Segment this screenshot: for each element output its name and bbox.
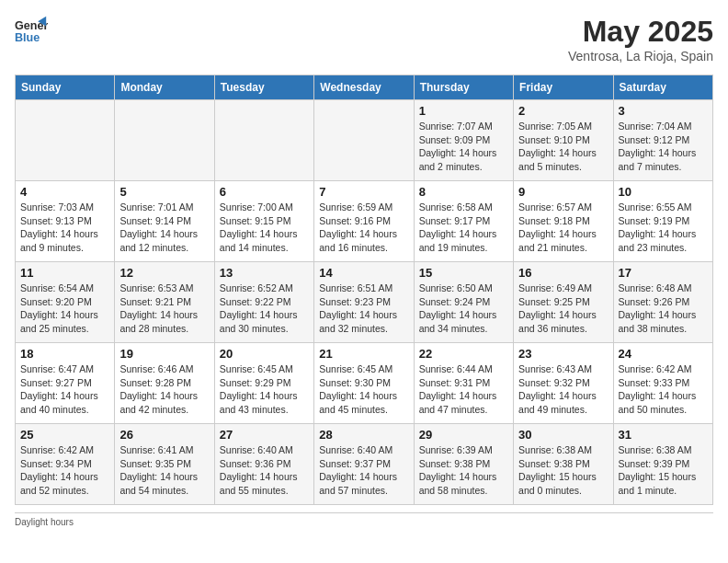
calendar-cell: 25Sunrise: 6:42 AM Sunset: 9:34 PM Dayli… bbox=[16, 424, 115, 505]
day-info: Sunrise: 6:45 AM Sunset: 9:30 PM Dayligh… bbox=[319, 362, 408, 417]
calendar-cell: 24Sunrise: 6:42 AM Sunset: 9:33 PM Dayli… bbox=[613, 343, 712, 424]
page-header: General Blue May 2025 Ventrosa, La Rioja… bbox=[15, 15, 713, 63]
weekday-header-sunday: Sunday bbox=[16, 75, 115, 100]
day-info: Sunrise: 7:07 AM Sunset: 9:09 PM Dayligh… bbox=[419, 120, 508, 174]
calendar-cell: 29Sunrise: 6:39 AM Sunset: 9:38 PM Dayli… bbox=[414, 424, 513, 505]
calendar-cell bbox=[214, 100, 313, 181]
calendar-cell: 6Sunrise: 7:00 AM Sunset: 9:15 PM Daylig… bbox=[214, 181, 313, 262]
calendar-cell: 9Sunrise: 6:57 AM Sunset: 9:18 PM Daylig… bbox=[514, 181, 613, 262]
day-info: Sunrise: 6:47 AM Sunset: 9:27 PM Dayligh… bbox=[20, 362, 109, 417]
calendar-cell: 2Sunrise: 7:05 AM Sunset: 9:10 PM Daylig… bbox=[514, 100, 613, 181]
calendar-cell: 28Sunrise: 6:40 AM Sunset: 9:37 PM Dayli… bbox=[314, 424, 414, 505]
day-number: 17 bbox=[619, 266, 708, 280]
day-number: 31 bbox=[619, 428, 708, 442]
calendar-cell bbox=[115, 100, 214, 181]
calendar-week-4: 18Sunrise: 6:47 AM Sunset: 9:27 PM Dayli… bbox=[16, 343, 713, 424]
logo-icon: General Blue bbox=[15, 15, 48, 48]
calendar-week-5: 25Sunrise: 6:42 AM Sunset: 9:34 PM Dayli… bbox=[16, 424, 713, 505]
calendar-table: SundayMondayTuesdayWednesdayThursdayFrid… bbox=[15, 75, 713, 505]
calendar-cell: 11Sunrise: 6:54 AM Sunset: 9:20 PM Dayli… bbox=[16, 262, 115, 343]
day-number: 5 bbox=[119, 185, 209, 199]
calendar-cell: 23Sunrise: 6:43 AM Sunset: 9:32 PM Dayli… bbox=[514, 343, 613, 424]
weekday-header-wednesday: Wednesday bbox=[314, 75, 414, 100]
weekday-header-saturday: Saturday bbox=[613, 75, 712, 100]
day-info: Sunrise: 6:50 AM Sunset: 9:24 PM Dayligh… bbox=[419, 282, 508, 336]
day-number: 11 bbox=[20, 266, 109, 280]
day-info: Sunrise: 7:01 AM Sunset: 9:14 PM Dayligh… bbox=[119, 201, 209, 255]
calendar-cell: 3Sunrise: 7:04 AM Sunset: 9:12 PM Daylig… bbox=[613, 100, 712, 181]
day-number: 28 bbox=[319, 428, 408, 442]
day-number: 29 bbox=[419, 428, 508, 442]
logo: General Blue bbox=[15, 15, 48, 48]
day-info: Sunrise: 6:41 AM Sunset: 9:35 PM Dayligh… bbox=[119, 443, 209, 498]
calendar-cell: 1Sunrise: 7:07 AM Sunset: 9:09 PM Daylig… bbox=[414, 100, 513, 181]
day-number: 30 bbox=[518, 428, 608, 442]
calendar-cell: 8Sunrise: 6:58 AM Sunset: 9:17 PM Daylig… bbox=[414, 181, 513, 262]
day-info: Sunrise: 7:00 AM Sunset: 9:15 PM Dayligh… bbox=[220, 201, 309, 255]
day-number: 24 bbox=[619, 347, 708, 361]
calendar-cell: 20Sunrise: 6:45 AM Sunset: 9:29 PM Dayli… bbox=[214, 343, 313, 424]
day-number: 13 bbox=[220, 266, 309, 280]
day-number: 21 bbox=[319, 347, 408, 361]
calendar-cell: 18Sunrise: 6:47 AM Sunset: 9:27 PM Dayli… bbox=[16, 343, 115, 424]
day-info: Sunrise: 6:51 AM Sunset: 9:23 PM Dayligh… bbox=[319, 282, 408, 336]
calendar-week-2: 4Sunrise: 7:03 AM Sunset: 9:13 PM Daylig… bbox=[16, 181, 713, 262]
day-number: 19 bbox=[119, 347, 209, 361]
day-info: Sunrise: 6:48 AM Sunset: 9:26 PM Dayligh… bbox=[619, 282, 708, 336]
day-info: Sunrise: 7:03 AM Sunset: 9:13 PM Dayligh… bbox=[20, 201, 109, 255]
day-number: 12 bbox=[119, 266, 209, 280]
location-subtitle: Ventrosa, La Rioja, Spain bbox=[568, 49, 713, 63]
day-info: Sunrise: 6:39 AM Sunset: 9:38 PM Dayligh… bbox=[419, 443, 508, 498]
day-number: 14 bbox=[319, 266, 408, 280]
calendar-cell: 13Sunrise: 6:52 AM Sunset: 9:22 PM Dayli… bbox=[214, 262, 313, 343]
svg-text:Blue: Blue bbox=[15, 31, 40, 44]
day-info: Sunrise: 6:40 AM Sunset: 9:37 PM Dayligh… bbox=[319, 443, 408, 498]
day-info: Sunrise: 6:45 AM Sunset: 9:29 PM Dayligh… bbox=[220, 362, 309, 417]
calendar-cell: 4Sunrise: 7:03 AM Sunset: 9:13 PM Daylig… bbox=[16, 181, 115, 262]
day-number: 8 bbox=[419, 185, 508, 199]
day-number: 6 bbox=[220, 185, 309, 199]
day-number: 4 bbox=[20, 185, 109, 199]
month-title: May 2025 bbox=[568, 15, 713, 49]
day-info: Sunrise: 6:42 AM Sunset: 9:33 PM Dayligh… bbox=[619, 362, 708, 417]
calendar-cell: 12Sunrise: 6:53 AM Sunset: 9:21 PM Dayli… bbox=[115, 262, 214, 343]
day-number: 2 bbox=[518, 104, 608, 118]
day-number: 23 bbox=[518, 347, 608, 361]
note-label: Daylight hours bbox=[15, 517, 74, 527]
day-info: Sunrise: 6:40 AM Sunset: 9:36 PM Dayligh… bbox=[220, 443, 309, 498]
calendar-cell: 21Sunrise: 6:45 AM Sunset: 9:30 PM Dayli… bbox=[314, 343, 414, 424]
day-number: 3 bbox=[619, 104, 708, 118]
day-info: Sunrise: 6:43 AM Sunset: 9:32 PM Dayligh… bbox=[518, 362, 608, 417]
weekday-header-thursday: Thursday bbox=[414, 75, 513, 100]
day-number: 1 bbox=[419, 104, 508, 118]
day-number: 15 bbox=[419, 266, 508, 280]
day-info: Sunrise: 6:52 AM Sunset: 9:22 PM Dayligh… bbox=[220, 282, 309, 336]
day-info: Sunrise: 6:59 AM Sunset: 9:16 PM Dayligh… bbox=[319, 201, 408, 255]
calendar-cell: 7Sunrise: 6:59 AM Sunset: 9:16 PM Daylig… bbox=[314, 181, 414, 262]
calendar-cell: 10Sunrise: 6:55 AM Sunset: 9:19 PM Dayli… bbox=[613, 181, 712, 262]
day-info: Sunrise: 7:04 AM Sunset: 9:12 PM Dayligh… bbox=[619, 120, 708, 174]
calendar-cell: 15Sunrise: 6:50 AM Sunset: 9:24 PM Dayli… bbox=[414, 262, 513, 343]
day-number: 16 bbox=[518, 266, 608, 280]
day-info: Sunrise: 6:53 AM Sunset: 9:21 PM Dayligh… bbox=[119, 282, 209, 336]
day-number: 7 bbox=[319, 185, 408, 199]
calendar-cell: 31Sunrise: 6:38 AM Sunset: 9:39 PM Dayli… bbox=[613, 424, 712, 505]
day-info: Sunrise: 6:57 AM Sunset: 9:18 PM Dayligh… bbox=[518, 201, 608, 255]
weekday-header-row: SundayMondayTuesdayWednesdayThursdayFrid… bbox=[16, 75, 713, 100]
calendar-cell: 27Sunrise: 6:40 AM Sunset: 9:36 PM Dayli… bbox=[214, 424, 313, 505]
day-number: 26 bbox=[119, 428, 209, 442]
weekday-header-monday: Monday bbox=[115, 75, 214, 100]
day-info: Sunrise: 6:42 AM Sunset: 9:34 PM Dayligh… bbox=[20, 443, 109, 498]
day-number: 20 bbox=[220, 347, 309, 361]
calendar-cell: 26Sunrise: 6:41 AM Sunset: 9:35 PM Dayli… bbox=[115, 424, 214, 505]
day-info: Sunrise: 6:55 AM Sunset: 9:19 PM Dayligh… bbox=[619, 201, 708, 255]
day-number: 25 bbox=[20, 428, 109, 442]
day-info: Sunrise: 7:05 AM Sunset: 9:10 PM Dayligh… bbox=[518, 120, 608, 174]
calendar-cell: 14Sunrise: 6:51 AM Sunset: 9:23 PM Dayli… bbox=[314, 262, 414, 343]
daylight-note: Daylight hours bbox=[15, 512, 713, 527]
day-info: Sunrise: 6:38 AM Sunset: 9:39 PM Dayligh… bbox=[619, 443, 708, 498]
day-number: 22 bbox=[419, 347, 508, 361]
calendar-cell bbox=[314, 100, 414, 181]
day-info: Sunrise: 6:46 AM Sunset: 9:28 PM Dayligh… bbox=[119, 362, 209, 417]
calendar-cell: 17Sunrise: 6:48 AM Sunset: 9:26 PM Dayli… bbox=[613, 262, 712, 343]
